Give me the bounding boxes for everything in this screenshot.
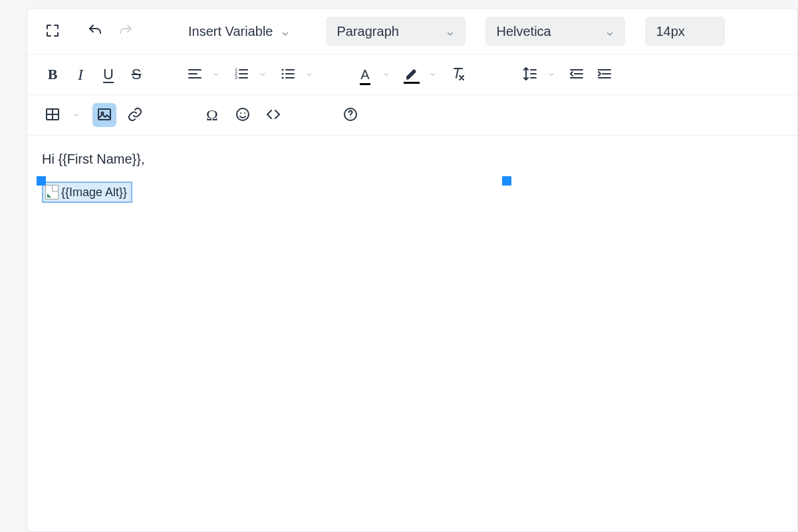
outdent-icon xyxy=(569,66,585,84)
highlight-dropdown[interactable] xyxy=(428,63,438,86)
paragraph-style-dropdown[interactable]: Paragraph xyxy=(326,17,466,46)
bold-icon: B xyxy=(48,66,58,83)
toolbar-row-1: Insert Variable Paragraph Helvetica 14px xyxy=(27,9,797,55)
svg-point-11 xyxy=(244,112,245,114)
image-alt-text: {{Image Alt}} xyxy=(61,186,127,200)
undo-icon xyxy=(87,23,103,41)
underline-button[interactable]: U xyxy=(96,63,120,86)
insert-variable-label: Insert Variable xyxy=(188,24,273,39)
fullscreen-icon xyxy=(45,23,61,41)
align-button[interactable] xyxy=(183,63,207,86)
indent-button[interactable] xyxy=(593,63,616,86)
unordered-list-button[interactable] xyxy=(276,63,300,86)
table-dropdown[interactable] xyxy=(71,103,82,127)
omega-icon: Ω xyxy=(206,106,218,124)
toolbar-row-3: Ω xyxy=(27,95,797,136)
help-button[interactable] xyxy=(338,103,362,127)
table-button[interactable] xyxy=(41,103,65,127)
redo-icon xyxy=(118,23,134,41)
code-view-button[interactable] xyxy=(261,103,285,127)
fullscreen-button[interactable] xyxy=(41,19,65,43)
redo-button[interactable] xyxy=(114,19,138,43)
bold-button[interactable]: B xyxy=(41,63,65,86)
highlight-icon xyxy=(404,66,420,82)
resize-handle-top-left[interactable] xyxy=(37,176,46,186)
line-height-button[interactable] xyxy=(518,63,542,86)
ordered-list-dropdown[interactable] xyxy=(257,63,268,86)
font-size-dropdown[interactable]: 14px xyxy=(645,17,725,46)
editor-content-area[interactable]: Hi {{First Name}}, {{Image Alt}} xyxy=(27,136,797,219)
italic-icon: I xyxy=(78,66,83,84)
chevron-down-icon xyxy=(605,27,614,36)
line-height-icon xyxy=(522,66,538,84)
svg-text:3: 3 xyxy=(235,75,237,80)
underline-icon: U xyxy=(103,66,114,83)
align-left-icon xyxy=(187,66,203,84)
emoji-button[interactable] xyxy=(231,103,255,127)
text-color-icon: A xyxy=(360,67,369,82)
selected-image-placeholder[interactable]: {{Image Alt}} xyxy=(42,182,132,203)
paragraph-style-label: Paragraph xyxy=(336,24,398,39)
undo-button[interactable] xyxy=(83,19,107,43)
toolbar-row-2: B I U S 123 xyxy=(27,55,797,95)
help-icon xyxy=(342,106,358,124)
highlight-button[interactable] xyxy=(400,63,424,86)
content-line-1[interactable]: Hi {{First Name}}, xyxy=(42,152,783,167)
ordered-list-icon: 123 xyxy=(233,66,249,84)
resize-handle-top-right[interactable] xyxy=(502,176,511,186)
clear-format-icon xyxy=(450,66,466,84)
svg-point-13 xyxy=(350,117,351,118)
align-dropdown[interactable] xyxy=(211,63,221,86)
strikethrough-icon: S xyxy=(132,66,142,83)
clear-format-button[interactable] xyxy=(446,63,470,86)
font-family-dropdown[interactable]: Helvetica xyxy=(485,17,625,46)
font-family-label: Helvetica xyxy=(496,24,551,39)
ordered-list-button[interactable]: 123 xyxy=(229,63,253,86)
rich-text-editor: Insert Variable Paragraph Helvetica 14px… xyxy=(27,8,798,532)
selected-image-wrapper[interactable]: {{Image Alt}} xyxy=(42,182,132,203)
table-icon xyxy=(45,106,61,124)
font-size-label: 14px xyxy=(656,24,684,39)
chevron-down-icon xyxy=(446,27,455,36)
italic-button[interactable]: I xyxy=(68,63,92,86)
svg-point-10 xyxy=(240,112,241,114)
broken-image-icon xyxy=(45,185,59,200)
indent-icon xyxy=(597,66,612,84)
text-color-dropdown[interactable] xyxy=(381,63,392,86)
unordered-list-dropdown[interactable] xyxy=(304,63,315,86)
code-icon xyxy=(265,106,281,124)
text-color-button[interactable]: A xyxy=(353,63,377,86)
outdent-button[interactable] xyxy=(565,63,589,86)
image-button[interactable] xyxy=(92,103,116,127)
unordered-list-icon xyxy=(280,66,296,84)
svg-point-9 xyxy=(237,108,249,120)
svg-point-4 xyxy=(282,72,284,74)
strikethrough-button[interactable]: S xyxy=(124,63,148,86)
chevron-down-icon xyxy=(281,27,290,36)
special-char-button[interactable]: Ω xyxy=(200,103,224,127)
link-icon xyxy=(127,106,143,124)
emoji-icon xyxy=(235,106,251,124)
svg-point-5 xyxy=(282,76,284,78)
svg-point-3 xyxy=(282,68,284,70)
insert-variable-dropdown[interactable]: Insert Variable xyxy=(178,17,294,46)
link-button[interactable] xyxy=(123,103,147,127)
line-height-dropdown[interactable] xyxy=(546,63,557,86)
svg-rect-7 xyxy=(98,109,110,120)
image-icon xyxy=(96,106,112,124)
